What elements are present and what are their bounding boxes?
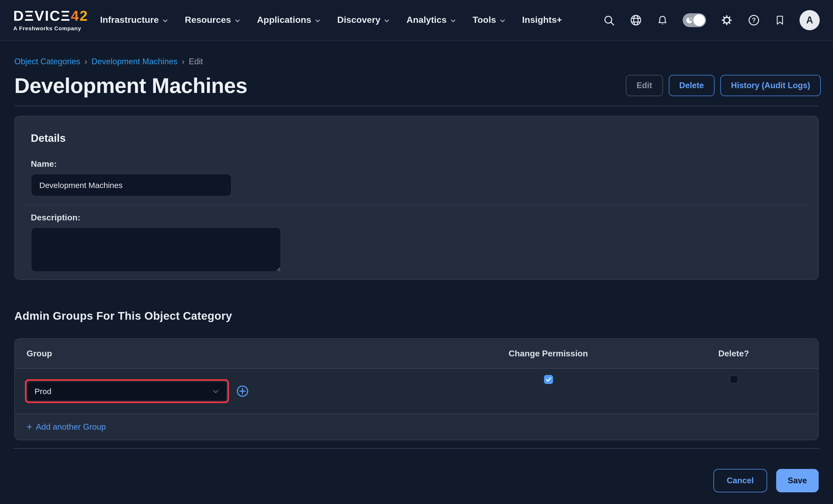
footer-actions: Cancel Save bbox=[14, 469, 819, 492]
nav-item-label: Resources bbox=[185, 15, 231, 25]
edit-button[interactable]: Edit bbox=[626, 75, 663, 96]
plus-icon: + bbox=[27, 422, 32, 432]
search-icon bbox=[603, 14, 615, 26]
chevron-down-icon bbox=[384, 18, 390, 24]
page-title: Development Machines bbox=[14, 73, 247, 98]
save-button[interactable]: Save bbox=[776, 469, 819, 492]
breadcrumb: Object Categories › Development Machines… bbox=[14, 57, 819, 66]
user-avatar[interactable]: A bbox=[800, 10, 820, 30]
globe-icon bbox=[629, 14, 642, 27]
globe-button[interactable] bbox=[629, 14, 642, 27]
nav-item-insights[interactable]: Insights+ bbox=[522, 15, 562, 25]
page-actions: Edit Delete History (Audit Logs) bbox=[626, 75, 821, 96]
admin-groups-table: Group Change Permission Delete? Prod bbox=[14, 338, 819, 440]
notifications-button[interactable] bbox=[657, 14, 668, 26]
logo-brand: DΞVICΞ42 bbox=[13, 9, 89, 23]
bell-icon bbox=[657, 14, 668, 26]
breadcrumb-current: Edit bbox=[189, 57, 203, 66]
group-select[interactable]: Prod bbox=[28, 382, 226, 401]
admin-groups-heading: Admin Groups For This Object Category bbox=[14, 310, 819, 322]
chevron-down-icon bbox=[314, 18, 321, 24]
help-button[interactable]: ? bbox=[747, 14, 760, 27]
breadcrumb-separator: › bbox=[182, 57, 184, 66]
column-header-change-permission: Change Permission bbox=[509, 349, 588, 358]
main-menu: Infrastructure Resources Applications Di… bbox=[100, 15, 562, 25]
nav-item-label: Insights+ bbox=[522, 15, 562, 25]
nav-item-label: Applications bbox=[257, 15, 311, 25]
dark-mode-toggle[interactable] bbox=[683, 13, 706, 27]
column-header-group: Group bbox=[15, 349, 447, 358]
nav-item-label: Discovery bbox=[337, 15, 381, 25]
nav-item-label: Analytics bbox=[406, 15, 447, 25]
device42-app: DΞVICΞ42 A Freshworks Company Infrastruc… bbox=[0, 0, 833, 504]
chevron-down-icon bbox=[499, 18, 506, 24]
history-audit-logs-button[interactable]: History (Audit Logs) bbox=[720, 75, 821, 96]
main-content: Object Categories › Development Machines… bbox=[0, 57, 833, 492]
table-row: Prod bbox=[15, 368, 818, 414]
logo-brand-number: 42 bbox=[71, 8, 89, 24]
nav-item-tools[interactable]: Tools bbox=[473, 15, 505, 25]
add-another-group-label: Add another Group bbox=[36, 422, 106, 432]
details-heading: Details bbox=[31, 132, 802, 144]
nav-item-label: Tools bbox=[473, 15, 496, 25]
column-header-delete: Delete? bbox=[718, 349, 749, 358]
plus-circle-icon bbox=[236, 384, 249, 398]
checkmark-icon bbox=[545, 376, 552, 383]
breadcrumb-object-categories[interactable]: Object Categories bbox=[14, 57, 80, 66]
nav-item-infrastructure[interactable]: Infrastructure bbox=[100, 15, 168, 25]
nav-item-label: Infrastructure bbox=[100, 15, 159, 25]
description-label: Description: bbox=[31, 213, 802, 222]
delete-button[interactable]: Delete bbox=[669, 75, 715, 96]
add-another-group-link[interactable]: + Add another Group bbox=[27, 422, 106, 432]
moon-icon bbox=[684, 16, 694, 25]
nav-item-analytics[interactable]: Analytics bbox=[406, 15, 456, 25]
nav-item-resources[interactable]: Resources bbox=[185, 15, 241, 25]
page-header: Development Machines Edit Delete History… bbox=[14, 73, 819, 98]
settings-button[interactable] bbox=[720, 14, 733, 27]
cancel-button[interactable]: Cancel bbox=[713, 469, 767, 492]
title-divider bbox=[14, 106, 819, 106]
top-nav: DΞVICΞ42 A Freshworks Company Infrastruc… bbox=[0, 0, 833, 41]
table-header-row: Group Change Permission Delete? bbox=[15, 339, 818, 368]
svg-text:?: ? bbox=[752, 17, 756, 24]
gear-icon bbox=[720, 14, 733, 27]
chevron-down-icon bbox=[212, 387, 219, 395]
breadcrumb-separator: › bbox=[85, 57, 87, 66]
nav-item-applications[interactable]: Applications bbox=[257, 15, 321, 25]
question-mark-icon: ? bbox=[747, 14, 760, 27]
footer-divider bbox=[13, 448, 820, 449]
details-divider bbox=[23, 205, 810, 206]
device42-logo[interactable]: DΞVICΞ42 A Freshworks Company bbox=[13, 9, 89, 31]
delete-checkbox[interactable] bbox=[729, 375, 738, 384]
details-card: Details Name: Description: bbox=[14, 116, 819, 280]
nav-utilities: ? A bbox=[603, 10, 820, 30]
description-field[interactable] bbox=[31, 227, 281, 272]
chevron-down-icon bbox=[234, 18, 241, 24]
logo-brand-text: DΞVICΞ bbox=[13, 8, 71, 24]
name-label: Name: bbox=[31, 159, 802, 169]
chevron-down-icon bbox=[162, 18, 168, 24]
change-permission-checkbox[interactable] bbox=[544, 375, 553, 384]
search-button[interactable] bbox=[603, 14, 615, 26]
group-select-value: Prod bbox=[34, 387, 51, 395]
breadcrumb-development-machines[interactable]: Development Machines bbox=[91, 57, 177, 66]
bookmark-icon bbox=[775, 14, 785, 26]
table-footer-row: + Add another Group bbox=[15, 414, 818, 440]
add-group-button[interactable] bbox=[236, 384, 249, 398]
toggle-knob bbox=[693, 14, 705, 26]
bookmark-button[interactable] bbox=[775, 14, 785, 26]
group-cell: Prod bbox=[15, 379, 447, 403]
nav-item-discovery[interactable]: Discovery bbox=[337, 15, 390, 25]
chevron-down-icon bbox=[450, 18, 456, 24]
avatar-initial: A bbox=[806, 15, 813, 26]
logo-tagline: A Freshworks Company bbox=[13, 25, 89, 31]
group-select-highlight: Prod bbox=[25, 379, 229, 403]
name-field[interactable] bbox=[31, 174, 232, 196]
